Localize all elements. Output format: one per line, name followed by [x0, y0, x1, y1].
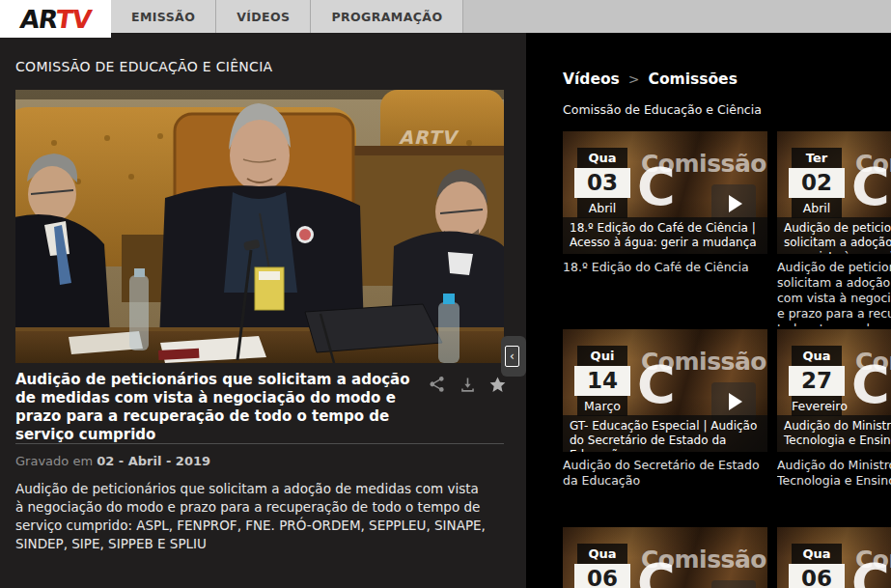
- video-thumbnail[interactable]: Comissão C Qua 03 Abril 18.º Edição do C…: [563, 131, 767, 254]
- badge-day-number: 06: [789, 564, 845, 588]
- video-description: Audição de peticionários que solicitam a…: [15, 480, 490, 553]
- related-videos-panel: Vídeos > Comissões Comissão de Educação …: [526, 33, 891, 588]
- thumbnail-brand-letter: C: [851, 156, 890, 219]
- artv-logo-text: ARTV: [18, 5, 93, 34]
- recorded-label: Gravado em: [15, 454, 93, 468]
- badge-weekday: Qua: [792, 544, 842, 564]
- download-icon[interactable]: [459, 376, 477, 394]
- video-thumbnail[interactable]: Comissão C Qua 06: [777, 527, 891, 588]
- video-watermark: ARTV: [399, 126, 459, 148]
- date-badge: Qua 06: [789, 544, 845, 588]
- badge-day-number: 02: [789, 168, 845, 198]
- video-thumbnail[interactable]: Comissão C Qui 14 Março GT- Educação Esp…: [563, 329, 767, 452]
- badge-weekday: Qui: [577, 346, 627, 366]
- badge-month: Abril: [577, 198, 627, 218]
- tab-programacao[interactable]: PROGRAMAÇÃO: [310, 0, 462, 33]
- tab-emissao[interactable]: EMISSÃO: [111, 0, 215, 33]
- date-badge: Qua 03 Abril: [574, 148, 630, 218]
- video-card[interactable]: Comissão C Qua 06: [563, 527, 767, 588]
- badge-month: Março: [577, 396, 627, 416]
- divider: [15, 443, 504, 444]
- badge-day-number: 03: [574, 168, 630, 198]
- panel-collapse-handle[interactable]: ‹: [501, 336, 526, 377]
- thumbnail-title-overlay: Audição de peticionários que solicitam a…: [777, 217, 891, 254]
- play-button[interactable]: [711, 580, 756, 588]
- badge-day-number: 27: [789, 366, 845, 396]
- video-card[interactable]: Comissão C Qua 03 Abril 18.º Edição do C…: [563, 131, 767, 326]
- breadcrumb-videos[interactable]: Vídeos: [563, 70, 620, 88]
- tab-videos[interactable]: VÍDEOS: [215, 0, 310, 33]
- video-card[interactable]: Comissão C Qua 06: [777, 527, 891, 588]
- video-card-caption[interactable]: 18.º Edição do Café de Ciência: [563, 260, 767, 275]
- thumbnail-title-overlay: GT- Educação Especial | Audição do Secre…: [563, 415, 767, 452]
- video-card-caption[interactable]: Audição do Ministro da Ciência, Tecnolog…: [777, 458, 891, 489]
- badge-weekday: Qua: [577, 544, 627, 564]
- date-badge: Qua 27 Fevereiro: [789, 346, 845, 416]
- badge-month: Fevereiro: [792, 396, 842, 416]
- commission-subtitle: Comissão de Educação e Ciência: [563, 102, 891, 117]
- video-card[interactable]: Comissão C Ter 02 Abril Audição de petic…: [777, 131, 891, 326]
- video-card-grid: Comissão C Qua 03 Abril 18.º Edição do C…: [563, 131, 891, 588]
- thumbnail-brand-letter: C: [637, 354, 676, 417]
- badge-weekday: Ter: [792, 148, 842, 168]
- thumbnail-brand-letter: C: [851, 354, 890, 417]
- artv-logo[interactable]: ARTV: [0, 0, 111, 38]
- video-actions: [428, 376, 507, 394]
- breadcrumb-comissoes[interactable]: Comissões: [649, 70, 738, 88]
- top-header: EMISSÃO VÍDEOS PROGRAMAÇÃO: [0, 0, 891, 33]
- play-icon: [729, 393, 742, 410]
- video-card-caption[interactable]: Audição de peticionários que solicitam a…: [777, 260, 891, 326]
- date-badge: Ter 02 Abril: [789, 148, 845, 218]
- breadcrumb-separator: >: [628, 71, 640, 87]
- recorded-date-line: Gravado em 02 - Abril - 2019: [15, 454, 210, 468]
- thumbnail-title-overlay: Audição do Ministro da Ciência, Tecnolog…: [777, 415, 891, 452]
- favorite-star-icon[interactable]: [488, 376, 507, 394]
- badge-weekday: Qua: [577, 148, 627, 168]
- video-player[interactable]: ARTV: [15, 90, 504, 363]
- video-thumbnail[interactable]: Comissão C Ter 02 Abril Audição de petic…: [777, 131, 891, 254]
- commission-title: COMISSÃO DE EDUCAÇÃO E CIÊNCIA: [15, 59, 272, 74]
- video-card[interactable]: Comissão C Qui 14 Março GT- Educação Esp…: [563, 329, 767, 524]
- chevron-left-icon: ‹: [505, 346, 519, 367]
- badge-weekday: Qua: [792, 346, 842, 366]
- date-badge: Qua 06: [574, 544, 630, 588]
- badge-day-number: 06: [574, 564, 630, 588]
- video-title: Audição de peticionários que solicitam a…: [15, 371, 423, 444]
- thumbnail-brand-letter: C: [851, 552, 890, 588]
- video-card-caption[interactable]: Audição do Secretário de Estado da Educa…: [563, 458, 767, 489]
- thumbnail-brand-letter: C: [637, 552, 676, 588]
- video-card[interactable]: Comissão C Qua 27 Fevereiro Audição do M…: [777, 329, 891, 524]
- play-icon: [729, 195, 742, 212]
- breadcrumb: Vídeos > Comissões: [563, 70, 891, 88]
- video-frame-scene: ARTV: [15, 90, 504, 363]
- badge-month: Abril: [792, 198, 842, 218]
- video-thumbnail[interactable]: Comissão C Qua 27 Fevereiro Audição do M…: [777, 329, 891, 452]
- share-icon[interactable]: [428, 376, 446, 394]
- thumbnail-brand-letter: C: [637, 156, 676, 219]
- video-thumbnail[interactable]: Comissão C Qua 06: [563, 527, 767, 588]
- main-nav: EMISSÃO VÍDEOS PROGRAMAÇÃO: [111, 0, 463, 33]
- thumbnail-title-overlay: 18.º Edição do Café de Ciência | Acesso …: [563, 217, 767, 254]
- video-detail-panel: COMISSÃO DE EDUCAÇÃO E CIÊNCIA: [0, 33, 526, 588]
- recorded-value: 02 - Abril - 2019: [97, 454, 210, 468]
- badge-day-number: 14: [574, 366, 630, 396]
- date-badge: Qui 14 Março: [574, 346, 630, 416]
